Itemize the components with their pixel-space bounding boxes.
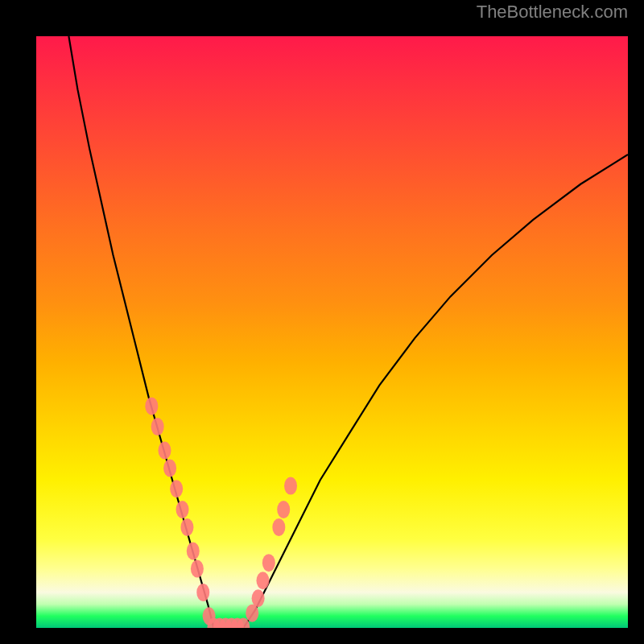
svg-point-5 bbox=[176, 501, 189, 518]
svg-point-16 bbox=[277, 501, 290, 518]
svg-point-13 bbox=[257, 572, 270, 589]
svg-point-0 bbox=[145, 397, 158, 415]
svg-point-2 bbox=[159, 442, 171, 460]
chart-svg bbox=[36, 36, 628, 628]
svg-point-3 bbox=[163, 460, 176, 477]
svg-point-14 bbox=[262, 554, 275, 572]
watermark-text: TheBottleneck.com bbox=[477, 2, 628, 23]
svg-point-4 bbox=[170, 480, 183, 497]
chart-container: TheBottleneck.com bbox=[0, 0, 644, 644]
svg-point-1 bbox=[151, 418, 164, 436]
svg-point-9 bbox=[196, 584, 209, 601]
svg-point-7 bbox=[187, 542, 200, 559]
svg-point-15 bbox=[272, 518, 285, 536]
svg-point-8 bbox=[191, 560, 204, 578]
svg-point-17 bbox=[284, 477, 297, 495]
curve-left bbox=[68, 36, 213, 628]
curve-right bbox=[243, 155, 628, 628]
markers-left bbox=[145, 397, 215, 625]
svg-point-12 bbox=[252, 589, 265, 607]
markers-bottom bbox=[208, 618, 250, 628]
markers-right bbox=[246, 477, 297, 622]
svg-point-6 bbox=[180, 518, 193, 536]
